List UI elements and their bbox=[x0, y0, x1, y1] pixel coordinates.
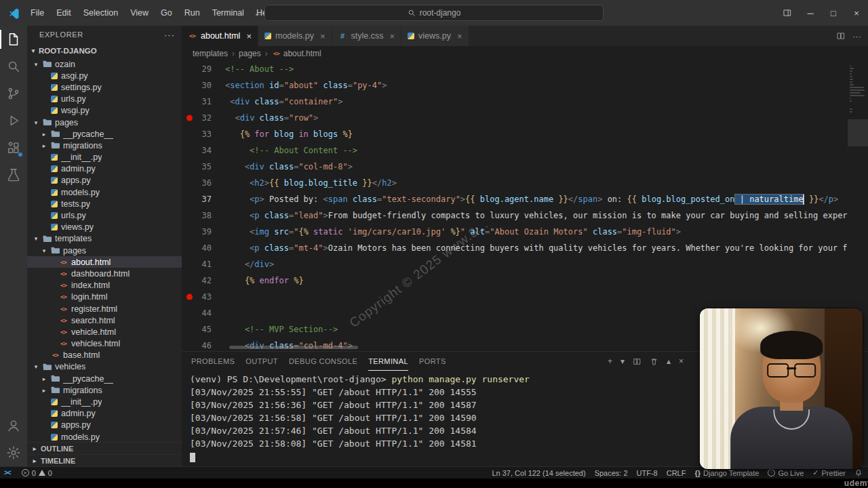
breadcrumb-item-pages[interactable]: pages bbox=[239, 49, 261, 58]
tree-item-tests-py[interactable]: tests.py bbox=[27, 198, 182, 209]
tree-item-models-py[interactable]: models.py bbox=[27, 431, 182, 442]
close-tab-icon[interactable]: × bbox=[389, 31, 395, 41]
tree-item-pages[interactable]: ▾pages bbox=[27, 117, 182, 128]
status-notifications[interactable] bbox=[854, 469, 863, 477]
problems-indicator[interactable]: ×00 bbox=[22, 469, 52, 477]
remote-indicator[interactable]: >< bbox=[0, 469, 15, 476]
panel-tab-debug-console[interactable]: DEBUG CONSOLE bbox=[289, 352, 357, 371]
more-actions-icon[interactable]: ··· bbox=[852, 31, 861, 41]
kill-terminal-icon[interactable] bbox=[650, 357, 658, 366]
tree-item-base-html[interactable]: <>base.html bbox=[27, 350, 182, 361]
panel-tab-ports[interactable]: PORTS bbox=[419, 352, 446, 371]
tree-item-migrations[interactable]: ▸migrations bbox=[27, 140, 182, 151]
tree-item-apps-py[interactable]: apps.py bbox=[27, 420, 182, 431]
tree-item-wsgi-py[interactable]: wsgi.py bbox=[27, 105, 182, 117]
tree-item-apps-py[interactable]: apps.py bbox=[27, 175, 182, 186]
tab-models-py[interactable]: models.py× bbox=[258, 26, 332, 46]
customize-layout-button[interactable] bbox=[776, 0, 799, 26]
tree-item-views-py[interactable]: views.py bbox=[27, 222, 182, 233]
status-cursor-position[interactable]: Ln 37, Col 122 (14 selected) bbox=[492, 469, 585, 477]
status-prettier[interactable]: ✓Prettier bbox=[812, 468, 846, 477]
menu-selection[interactable]: Selection bbox=[77, 5, 124, 20]
panel-tab-problems[interactable]: PROBLEMS bbox=[191, 352, 235, 371]
maximize-button[interactable]: □ bbox=[822, 0, 845, 26]
panel-tab-output[interactable]: OUTPUT bbox=[245, 352, 278, 371]
tree-item-urls-py[interactable]: urls.py bbox=[27, 94, 182, 105]
new-terminal-icon[interactable]: + bbox=[608, 357, 612, 366]
breakpoint-icon[interactable] bbox=[186, 115, 193, 121]
status-go-live[interactable]: ◦Go Live bbox=[768, 469, 804, 477]
outline-section[interactable]: ▸ OUTLINE bbox=[27, 442, 182, 454]
tree-item-models-py[interactable]: models.py bbox=[27, 186, 182, 198]
tree-item--pycache-[interactable]: ▸__pycache__ bbox=[27, 128, 182, 140]
tree-item-index-html[interactable]: <>index.html bbox=[27, 280, 182, 291]
more-actions-icon[interactable]: ··· bbox=[164, 30, 175, 40]
close-button[interactable]: × bbox=[845, 0, 868, 26]
close-tab-icon[interactable]: × bbox=[320, 31, 326, 41]
tree-item-pages[interactable]: ▾pages bbox=[27, 245, 182, 256]
tree-item-ozain[interactable]: ▾ozain bbox=[27, 58, 182, 70]
maximize-panel-icon[interactable]: ▴ bbox=[667, 357, 671, 366]
tree-item--init-py[interactable]: __init__.py bbox=[27, 152, 182, 163]
account-icon[interactable] bbox=[0, 412, 27, 439]
horizontal-scrollbar[interactable] bbox=[229, 346, 358, 349]
terminal-picker-icon[interactable]: ▾ bbox=[620, 357, 625, 366]
menu-view[interactable]: View bbox=[124, 5, 155, 20]
tree-item-search-html[interactable]: <>search.html bbox=[27, 314, 182, 326]
tree-item--init-py[interactable]: __init__.py bbox=[27, 396, 182, 407]
source-control-icon[interactable] bbox=[0, 80, 27, 107]
menu-run[interactable]: Run bbox=[178, 5, 206, 20]
tab-about-html[interactable]: <>about.html× bbox=[182, 26, 258, 46]
split-editor-icon[interactable] bbox=[836, 31, 846, 41]
status-indentation[interactable]: Spaces: 2 bbox=[595, 469, 628, 477]
close-tab-icon[interactable]: × bbox=[246, 31, 252, 41]
tree-item-admin-py[interactable]: admin.py bbox=[27, 163, 182, 175]
testing-icon[interactable] bbox=[0, 161, 27, 188]
panel-tab-terminal[interactable]: TERMINAL bbox=[368, 352, 408, 371]
tree-item-dashboard-html[interactable]: <>dashboard.html bbox=[27, 268, 182, 279]
breadcrumb-item-templates[interactable]: templates bbox=[193, 49, 228, 58]
search-icon[interactable] bbox=[0, 53, 27, 80]
close-panel-icon[interactable]: × bbox=[679, 357, 684, 366]
tab-style-css[interactable]: #style.css× bbox=[332, 26, 402, 46]
tree-item-about-html[interactable]: <>about.html bbox=[27, 256, 182, 268]
breadcrumb-item-about-html[interactable]: <>about.html bbox=[272, 49, 321, 58]
explorer-icon[interactable] bbox=[0, 26, 27, 53]
tree-item-vehicle-html[interactable]: <>vehicle.html bbox=[27, 326, 182, 338]
menu-file[interactable]: File bbox=[24, 5, 50, 20]
tree-item-vehicles[interactable]: ▾vehicles bbox=[27, 361, 182, 373]
status-language-mode[interactable]: {}Django Template bbox=[694, 469, 759, 477]
run-debug-icon[interactable] bbox=[0, 107, 27, 134]
menu-terminal[interactable]: Terminal bbox=[206, 5, 250, 20]
tree-item-register-html[interactable]: <>register.html bbox=[27, 303, 182, 314]
project-root-folder[interactable]: ▾ ROOT-DJANGO bbox=[27, 43, 182, 58]
menu-edit[interactable]: Edit bbox=[50, 5, 77, 20]
tree-item-urls-py[interactable]: urls.py bbox=[27, 209, 182, 221]
tree-item-vehicles-html[interactable]: <>vehicles.html bbox=[27, 338, 182, 350]
code-editor[interactable]: 29<!-- About -->30<section id="about" cl… bbox=[182, 61, 868, 351]
status-encoding[interactable]: UTF-8 bbox=[637, 469, 658, 477]
split-terminal-icon[interactable] bbox=[633, 357, 642, 366]
menu-go[interactable]: Go bbox=[155, 5, 178, 20]
extensions-icon[interactable] bbox=[0, 134, 27, 161]
command-center-search[interactable]: root-django bbox=[264, 5, 604, 21]
status-eol[interactable]: CRLF bbox=[667, 469, 686, 477]
settings-icon[interactable] bbox=[0, 439, 27, 466]
tab-views-py[interactable]: views.py× bbox=[401, 26, 469, 46]
minimize-button[interactable]: ─ bbox=[799, 0, 822, 26]
minimap[interactable] bbox=[848, 61, 868, 351]
timeline-section[interactable]: ▸ TIMELINE bbox=[27, 454, 182, 466]
tree-item-migrations[interactable]: ▸migrations bbox=[27, 384, 182, 396]
breadcrumb: templates›pages›<>about.html bbox=[182, 46, 868, 61]
tree-item--pycache-[interactable]: ▸__pycache__ bbox=[27, 373, 182, 384]
close-tab-icon[interactable]: × bbox=[457, 31, 462, 41]
tree-item-settings-py[interactable]: settings.py bbox=[27, 81, 182, 93]
breakpoint-icon[interactable] bbox=[186, 294, 193, 300]
tree-item-asgi-py[interactable]: asgi.py bbox=[27, 70, 182, 81]
tree-item-admin-py[interactable]: admin.py bbox=[27, 408, 182, 420]
py-file-icon bbox=[51, 434, 58, 441]
minimap-slider[interactable] bbox=[848, 119, 868, 146]
arrow-left-icon[interactable]: ← bbox=[254, 7, 263, 18]
tree-item-login-html[interactable]: <>login.html bbox=[27, 291, 182, 303]
tree-item-templates[interactable]: ▾templates bbox=[27, 233, 182, 245]
